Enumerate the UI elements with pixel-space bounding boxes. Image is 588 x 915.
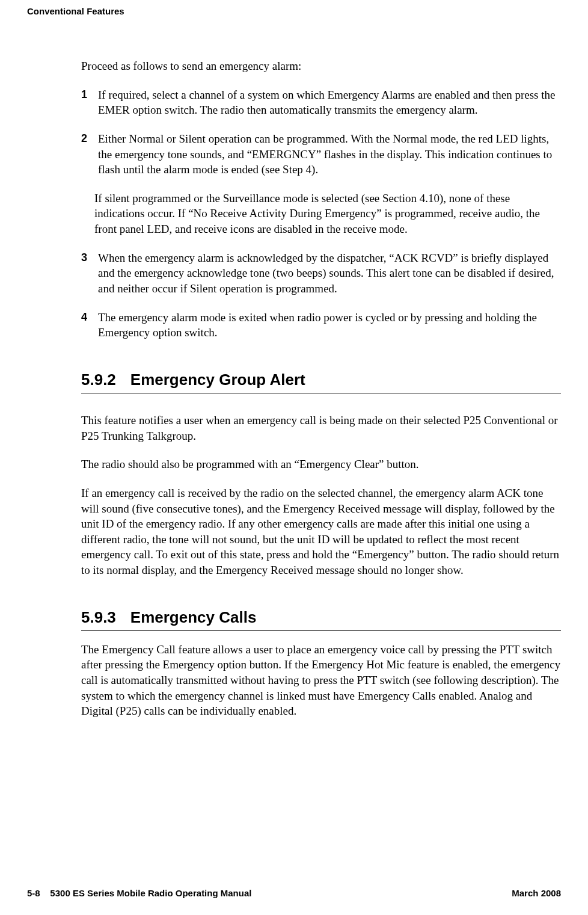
running-header: Conventional Features (27, 6, 561, 16)
body-paragraph: The Emergency Call feature allows a user… (81, 642, 561, 719)
section-title: Emergency Calls (130, 608, 257, 626)
section-rule (81, 630, 561, 631)
step-number: 3 (81, 250, 98, 297)
body-paragraph: This feature notifies a user when an eme… (81, 413, 561, 443)
step-text: Either Normal or Silent operation can be… (98, 131, 561, 177)
step-2: 2 Either Normal or Silent operation can … (81, 131, 561, 177)
footer-page-number: 5-8 (27, 888, 40, 898)
section-heading-593: 5.9.3Emergency Calls (81, 608, 561, 627)
section-number: 5.9.3 (81, 608, 116, 627)
step-text: If required, select a channel of a syste… (98, 87, 561, 118)
step-text: The emergency alarm mode is exited when … (98, 310, 561, 340)
section-number: 5.9.2 (81, 371, 116, 389)
intro-paragraph: Proceed as follows to send an emergency … (81, 58, 561, 74)
footer-manual-title: 5300 ES Series Mobile Radio Operating Ma… (50, 888, 251, 898)
step-text: When the emergency alarm is acknowledged… (98, 250, 561, 297)
step-2-continuation: If silent programmed or the Surveillance… (94, 191, 561, 237)
footer-right: March 2008 (512, 888, 561, 898)
step-number: 4 (81, 310, 98, 340)
section-rule (81, 393, 561, 393)
body-paragraph: The radio should also be programmed with… (81, 457, 561, 472)
step-number: 2 (81, 131, 98, 177)
page-footer: 5-8 5300 ES Series Mobile Radio Operatin… (27, 888, 561, 898)
step-3: 3 When the emergency alarm is acknowledg… (81, 250, 561, 297)
page-content: Proceed as follows to send an emergency … (81, 58, 561, 719)
step-1: 1 If required, select a channel of a sys… (81, 87, 561, 118)
step-4: 4 The emergency alarm mode is exited whe… (81, 310, 561, 340)
body-paragraph: If an emergency call is received by the … (81, 485, 561, 578)
section-title: Emergency Group Alert (130, 371, 305, 389)
step-number: 1 (81, 87, 98, 118)
footer-left: 5-8 5300 ES Series Mobile Radio Operatin… (27, 888, 251, 898)
section-heading-592: 5.9.2Emergency Group Alert (81, 371, 561, 389)
